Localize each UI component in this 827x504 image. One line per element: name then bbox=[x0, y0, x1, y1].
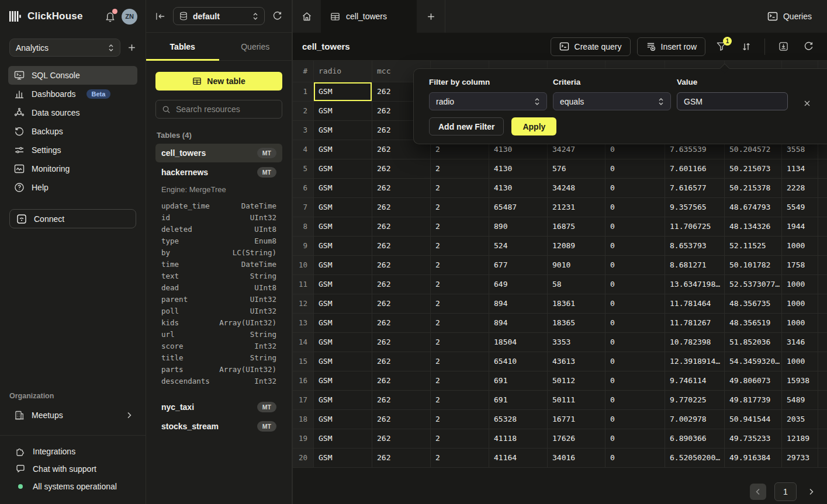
table-cell[interactable]: 262 bbox=[372, 352, 431, 371]
table-cell[interactable]: 2 bbox=[431, 371, 489, 391]
table-cell[interactable]: 2 bbox=[431, 237, 489, 256]
table-list-item-nyc-taxi[interactable]: nyc_taxiMT bbox=[155, 398, 282, 416]
table-cell[interactable]: 48.674793 bbox=[725, 198, 782, 217]
table-cell[interactable]: 649 bbox=[489, 275, 548, 294]
table-cell[interactable]: GSM bbox=[314, 256, 372, 275]
table-cell[interactable]: 4130 bbox=[489, 179, 548, 198]
table-cell[interactable]: 18504 bbox=[489, 333, 548, 352]
table-cell[interactable]: GSM bbox=[314, 82, 372, 102]
table-cell[interactable]: 262 bbox=[372, 159, 431, 179]
table-cell[interactable]: 50.101782 bbox=[725, 256, 782, 275]
table-cell[interactable]: 48.134326 bbox=[725, 217, 782, 237]
table-cell[interactable]: 18361 bbox=[548, 294, 605, 314]
table-cell[interactable]: 49.735233 bbox=[725, 429, 782, 449]
table-cell[interactable]: 894 bbox=[489, 314, 548, 333]
table-cell[interactable]: 16771 bbox=[548, 410, 605, 429]
table-cell[interactable]: 12.3918914… bbox=[665, 352, 725, 371]
table-cell[interactable]: 49.806073 bbox=[725, 371, 782, 391]
table-cell[interactable]: 2 bbox=[431, 333, 489, 352]
table-cell[interactable]: 2228 bbox=[782, 179, 818, 198]
table-cell[interactable]: 18365 bbox=[548, 314, 605, 333]
table-cell[interactable]: GSM bbox=[314, 352, 372, 371]
table-cell[interactable]: 4130 bbox=[489, 159, 548, 179]
table-cell[interactable]: 65328 bbox=[489, 410, 548, 429]
table-cell[interactable]: GSM bbox=[314, 314, 372, 333]
table-cell[interactable]: 0 bbox=[605, 449, 665, 468]
table-cell[interactable]: 262 bbox=[372, 371, 431, 391]
current-page-indicator[interactable]: 1 bbox=[774, 482, 797, 501]
sidebar-item-chat-with-support[interactable]: Chat with support bbox=[0, 460, 146, 478]
table-cell[interactable]: 262 bbox=[372, 449, 431, 468]
table-cell[interactable]: 0 bbox=[605, 179, 665, 198]
table-cell[interactable]: 0 bbox=[605, 333, 665, 352]
table-cell[interactable]: 691 bbox=[489, 391, 548, 410]
table-cell[interactable]: 10.782398 bbox=[665, 333, 725, 352]
table-cell[interactable]: 262 bbox=[372, 391, 431, 410]
column-header[interactable]: radio bbox=[314, 61, 372, 82]
table-cell[interactable]: GSM bbox=[314, 237, 372, 256]
refresh-tables-button[interactable] bbox=[272, 11, 282, 21]
table-cell[interactable]: 50.941544 bbox=[725, 410, 782, 429]
download-button[interactable] bbox=[774, 37, 793, 56]
table-cell[interactable]: 9.357565 bbox=[665, 198, 725, 217]
filter-value-input[interactable] bbox=[677, 92, 788, 110]
filter-button[interactable]: 1 bbox=[712, 37, 731, 56]
table-cell[interactable]: 6.890366 bbox=[665, 429, 725, 449]
table-cell[interactable]: 0 bbox=[605, 371, 665, 391]
table-cell[interactable]: GSM bbox=[314, 179, 372, 198]
table-cell[interactable]: GSM bbox=[314, 410, 372, 429]
table-cell[interactable]: 0 bbox=[605, 275, 665, 294]
table-cell[interactable]: GSM bbox=[314, 449, 372, 468]
table-cell[interactable]: GSM bbox=[314, 371, 372, 391]
table-cell[interactable]: 5549 bbox=[782, 198, 818, 217]
table-cell[interactable]: 2 bbox=[431, 256, 489, 275]
table-cell[interactable]: 65410 bbox=[489, 352, 548, 371]
table-cell[interactable]: 48.356519 bbox=[725, 314, 782, 333]
table-cell[interactable]: 0 bbox=[605, 429, 665, 449]
table-cell[interactable]: GSM bbox=[314, 121, 372, 140]
database-select[interactable]: default bbox=[173, 7, 265, 25]
table-cell[interactable]: 52.11525 bbox=[725, 237, 782, 256]
table-cell[interactable]: 50.215073 bbox=[725, 159, 782, 179]
table-cell[interactable]: 7.601166 bbox=[665, 159, 725, 179]
table-cell[interactable]: 12189 bbox=[782, 429, 818, 449]
table-cell[interactable]: 49.817739 bbox=[725, 391, 782, 410]
notifications-button[interactable] bbox=[105, 11, 116, 22]
table-cell[interactable]: 2 bbox=[431, 217, 489, 237]
table-cell[interactable]: 8.681271 bbox=[665, 256, 725, 275]
next-page-button[interactable] bbox=[805, 484, 818, 500]
table-cell[interactable]: 691 bbox=[489, 371, 548, 391]
sidebar-item-data-sources[interactable]: Data sources bbox=[8, 103, 137, 122]
table-cell[interactable]: 3146 bbox=[782, 333, 818, 352]
table-cell[interactable]: 51.852036 bbox=[725, 333, 782, 352]
sidebar-item-integrations[interactable]: Integrations bbox=[0, 443, 146, 460]
table-cell[interactable]: 11.781464 bbox=[665, 294, 725, 314]
prev-page-button[interactable] bbox=[750, 484, 766, 500]
table-cell[interactable]: 576 bbox=[548, 159, 605, 179]
table-cell[interactable]: 0 bbox=[605, 159, 665, 179]
table-cell[interactable]: 0 bbox=[605, 314, 665, 333]
table-cell[interactable]: 17626 bbox=[548, 429, 605, 449]
remove-filter-button[interactable] bbox=[801, 98, 813, 109]
table-cell[interactable]: 9.746114 bbox=[665, 371, 725, 391]
table-cell[interactable]: 11.706725 bbox=[665, 217, 725, 237]
table-cell[interactable]: 262 bbox=[372, 333, 431, 352]
table-cell[interactable]: 1000 bbox=[782, 275, 818, 294]
table-cell[interactable]: 7.002978 bbox=[665, 410, 725, 429]
table-cell[interactable]: 49.916384 bbox=[725, 449, 782, 468]
table-cell[interactable]: 2 bbox=[431, 275, 489, 294]
table-cell[interactable]: 0 bbox=[605, 256, 665, 275]
table-cell[interactable]: 2 bbox=[431, 429, 489, 449]
table-cell[interactable]: 1000 bbox=[782, 314, 818, 333]
sort-button[interactable] bbox=[737, 37, 756, 56]
table-cell[interactable]: 2 bbox=[431, 352, 489, 371]
table-cell[interactable]: 0 bbox=[605, 352, 665, 371]
table-cell[interactable]: 50.215378 bbox=[725, 179, 782, 198]
table-cell[interactable]: 1000 bbox=[782, 352, 818, 371]
table-cell[interactable]: 1000 bbox=[782, 237, 818, 256]
sidebar-item-sql-console[interactable]: SQL Console bbox=[8, 66, 137, 85]
table-cell[interactable]: 16875 bbox=[548, 217, 605, 237]
table-cell[interactable]: 34248 bbox=[548, 179, 605, 198]
table-cell[interactable]: 58 bbox=[548, 275, 605, 294]
filter-column-select[interactable]: radio bbox=[429, 92, 547, 110]
